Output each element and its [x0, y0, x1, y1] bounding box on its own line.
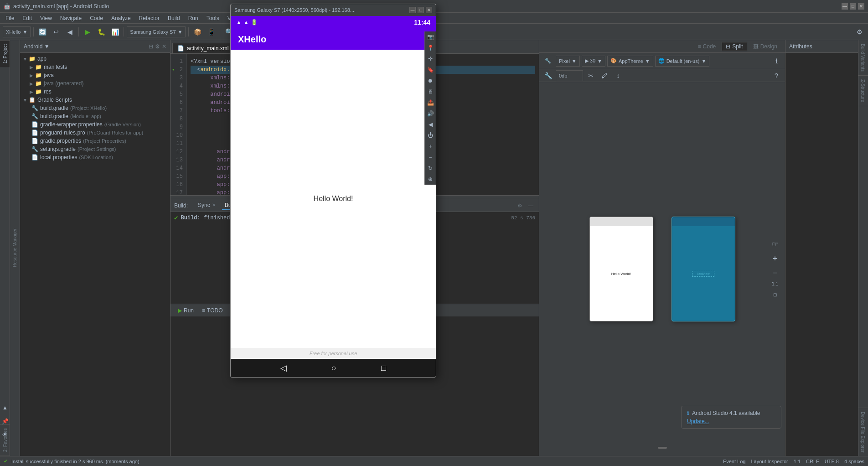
redo-button[interactable]: ↩ — [50, 26, 62, 38]
profile-button[interactable]: 📊 — [109, 26, 121, 38]
emu-opencapps-btn[interactable]: ⊕ — [425, 174, 436, 185]
design-tool-3[interactable]: ↕ — [612, 70, 624, 82]
build-variants-tab[interactable]: Build Variants — [858, 40, 868, 76]
design-tool-2[interactable]: 🖊 — [599, 70, 610, 82]
project-tab[interactable]: 1: Project — [0, 40, 10, 67]
device-file-explorer-tab[interactable]: Device File Explorer — [858, 408, 868, 456]
settings-button[interactable]: ⚙ — [853, 26, 865, 38]
xhello-dropdown[interactable]: XHello ▼ — [3, 26, 31, 37]
z-structure-tab[interactable]: Z-Structure — [858, 76, 868, 106]
debug-button[interactable]: 🐛 — [95, 26, 107, 38]
tree-item-gradle-wrapper[interactable]: 📄 gradle-wrapper.properties (Gradle Vers… — [20, 120, 170, 129]
todo-action-btn[interactable]: ≡ TODO — [198, 306, 226, 315]
sync-close-icon[interactable]: ✕ — [212, 202, 216, 207]
emu-power-btn[interactable]: ⏻ — [425, 130, 436, 141]
signal-icon: ▲ — [243, 19, 249, 26]
minimize-button[interactable]: — — [842, 3, 848, 10]
resource-manager-tab[interactable]: Resource Manager — [11, 225, 18, 271]
design-cursor-btn[interactable]: 🔧 — [542, 70, 554, 82]
tree-item-build-gradle-app[interactable]: 🔧 build.gradle (Module: app) — [20, 112, 170, 120]
run-button[interactable]: ▶ — [82, 26, 93, 38]
split-view-tab[interactable]: ⊟ Split — [722, 42, 747, 51]
emu-vol-dn-btn[interactable]: − — [425, 152, 436, 163]
build-settings-btn[interactable]: ⚙ — [515, 201, 524, 210]
sync-tab[interactable]: Sync ✕ — [195, 201, 218, 210]
dp-input[interactable]: 0dp — [556, 70, 583, 81]
emu-vol-up-btn[interactable]: + — [425, 141, 436, 152]
settings-icon[interactable]: ⚙ — [155, 43, 160, 50]
menu-navigate[interactable]: Navigate — [57, 14, 85, 22]
code-view-tab[interactable]: ≡ Code — [694, 42, 720, 51]
back-button[interactable]: ◀ — [64, 26, 76, 38]
close-panel-icon[interactable]: ✕ — [162, 43, 166, 50]
menu-analyze[interactable]: Analyze — [108, 14, 134, 22]
emu-record-btn[interactable]: ⏺ — [425, 75, 436, 86]
pixel-selector[interactable]: Pixel ▼ — [556, 56, 580, 67]
theme-selector[interactable]: 🎨 AppTheme ▼ — [607, 56, 653, 67]
tree-item-build-gradle-proj[interactable]: 🔧 build.gradle (Project: XHello) — [20, 104, 170, 112]
menu-build[interactable]: Build — [164, 14, 184, 22]
menu-run[interactable]: Run — [185, 14, 202, 22]
sync-button[interactable]: 🔄 — [36, 26, 48, 38]
nav-home-btn[interactable]: ○ — [331, 363, 336, 373]
close-button[interactable]: ✕ — [858, 3, 864, 10]
emu-maximize-btn[interactable]: □ — [418, 7, 424, 13]
locale-selector[interactable]: 🌐 Default (en-us) ▼ — [655, 56, 710, 67]
build-pin-btn[interactable]: 📌 — [0, 415, 11, 428]
build-eye-btn[interactable]: 👁 — [0, 429, 11, 441]
emu-share-btn[interactable]: 📤 — [425, 97, 436, 108]
zoom-in-btn[interactable]: + — [769, 252, 781, 265]
tree-item-proguard[interactable]: 📄 proguard-rules.pro (ProGuard Rules for… — [20, 129, 170, 137]
menu-code[interactable]: Code — [86, 14, 107, 22]
tree-item-java[interactable]: ▶ 📁 java — [20, 71, 170, 79]
device-selector[interactable]: Samsung Galaxy S7 ▼ — [127, 26, 186, 37]
build-minimize-btn[interactable]: — — [526, 201, 535, 210]
avd-manager-button[interactable]: 📱 — [205, 26, 217, 38]
emu-camera-btn[interactable]: 📷 — [425, 31, 436, 42]
menu-view[interactable]: View — [36, 14, 56, 22]
maximize-button[interactable]: □ — [850, 3, 856, 10]
event-log-btn[interactable]: Event Log — [723, 459, 746, 464]
zoom-out-btn[interactable]: − — [769, 267, 781, 280]
emu-screen-btn[interactable]: 🖥 — [425, 86, 436, 97]
nav-back-btn[interactable]: ◁ — [280, 363, 287, 373]
tree-item-app[interactable]: ▼ 📁 app — [20, 55, 170, 63]
design-toolbar-btn-1[interactable]: 🔧 — [542, 55, 554, 67]
emu-location-btn[interactable]: 📍 — [425, 42, 436, 53]
emu-minimize-btn[interactable]: — — [409, 7, 416, 13]
api-selector[interactable]: ▶ 30 ▼ — [582, 56, 605, 67]
tree-item-res[interactable]: ▶ 📁 res — [20, 88, 170, 96]
design-view-tab-btn[interactable]: 🖼 Design — [749, 42, 781, 51]
design-info-btn[interactable]: ℹ — [770, 55, 782, 67]
design-help-btn[interactable]: ? — [770, 70, 782, 82]
run-action-btn[interactable]: ▶ Run — [174, 306, 197, 315]
emu-back-emu-btn[interactable]: ◀ — [425, 119, 436, 130]
nav-recents-btn[interactable]: □ — [381, 363, 386, 373]
emu-audio-btn[interactable]: 🔊 — [425, 108, 436, 119]
tree-item-java-generated[interactable]: ▶ 📁 java (generated) — [20, 79, 170, 88]
tree-item-gradle-scripts[interactable]: ▼ 📋 Gradle Scripts — [20, 96, 170, 104]
emu-id-btn[interactable]: 🔖 — [425, 64, 436, 75]
design-tool-1[interactable]: ✂ — [585, 70, 597, 82]
fit-btn[interactable]: ⊡ — [769, 288, 781, 301]
emu-close-btn[interactable]: ✕ — [426, 7, 432, 13]
menu-file[interactable]: File — [2, 14, 18, 22]
tree-item-gradle-props[interactable]: 📄 gradle.properties (Project Properties) — [20, 137, 170, 145]
tree-item-manifests[interactable]: ▶ 📁 manifests — [20, 63, 170, 71]
proguard-label: proguard-rules.pro — [40, 129, 85, 136]
menu-edit[interactable]: Edit — [19, 14, 36, 22]
emu-rotate-btn[interactable]: ↻ — [425, 163, 436, 174]
update-link[interactable]: Update... — [687, 418, 775, 425]
cursor-btn[interactable]: ☞ — [769, 238, 781, 250]
collapse-all-icon[interactable]: ⊟ — [149, 43, 153, 50]
tree-item-local-props[interactable]: 📄 local.properties (SDK Location) — [20, 153, 170, 161]
build-up-btn[interactable]: ▲ — [0, 401, 11, 414]
tree-item-settings-gradle[interactable]: 🔧 settings.gradle (Project Settings) — [20, 145, 170, 153]
menu-refactor[interactable]: Refactor — [135, 14, 163, 22]
emu-move-btn[interactable]: ✛ — [425, 53, 436, 64]
install-message: Install successfully finished in 2 s 960… — [11, 459, 140, 464]
divider-handle[interactable] — [658, 447, 667, 449]
layout-inspector-btn[interactable]: Layout Inspector — [751, 459, 788, 464]
sdk-manager-button[interactable]: 📦 — [191, 26, 203, 38]
menu-tools[interactable]: Tools — [203, 14, 223, 22]
